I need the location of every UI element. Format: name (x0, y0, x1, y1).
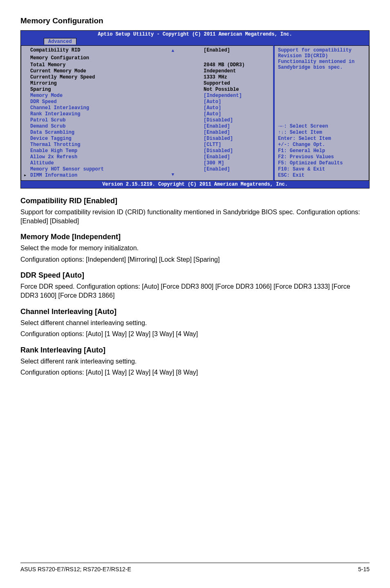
text-memory-mode-a: Select the mode for memory initializaton… (20, 244, 370, 253)
bios-header: Aptio Setup Utility - Copyright (C) 2011… (21, 31, 369, 45)
bios-value: [Disabled] (204, 117, 269, 123)
bios-value: [Independent] (204, 93, 269, 99)
bios-label: Demand Scrub (30, 123, 204, 130)
key-exit: ESC: Exit (278, 173, 365, 179)
bios-row-mirroring: MirroringSupported (30, 81, 269, 87)
bios-value: Supported (204, 81, 269, 87)
bios-value: [300 M] (204, 160, 269, 166)
bios-row-memory-mode[interactable]: Memory Mode[Independent] (30, 93, 269, 99)
key-help: F1: General Help (278, 148, 365, 154)
page-footer: ASUS RS720-E7/RS12; RS720-E7/RS12-E 5-15 (20, 563, 370, 572)
key-change: +/-: Change Opt. (278, 142, 365, 148)
key-previous: F2: Previous Values (278, 154, 365, 160)
bios-tab-advanced[interactable]: Advanced (44, 38, 76, 45)
bios-label: Sparing (30, 87, 204, 93)
heading-compat-rid: Compatibility RID [Enabled] (20, 197, 370, 205)
bios-value: 2048 MB (DDR3) (204, 62, 269, 68)
bios-label: Rank Interleaving (30, 111, 204, 117)
bios-window: Aptio Setup Utility - Copyright (C) 2011… (20, 30, 370, 189)
footer-right: 5-15 (358, 566, 370, 572)
bios-footer: Version 2.15.1219. Copyright (C) 2011 Am… (21, 181, 369, 188)
text-rank-a: Select different rank interleaving setti… (20, 357, 370, 366)
bios-row-dimm-information[interactable]: DIMM Information (30, 173, 269, 179)
bios-label: Device Tagging (30, 136, 204, 142)
bios-value: Independent (204, 68, 269, 74)
heading-memory-mode: Memory Mode [Independent] (20, 233, 370, 241)
bios-value: [Enabled] (204, 130, 269, 136)
bios-label: Channel Interleaving (30, 105, 204, 111)
bios-row-total-memory: Total Memory2048 MB (DDR3) (30, 62, 269, 68)
bios-settings-pane: ▲ Compatibility RID[Enabled]Memory Confi… (21, 45, 273, 181)
bios-row-memory-hot-sensor-support[interactable]: Memory HOT Sensor support[Enabled] (30, 166, 269, 173)
page-heading: Memory Configuration (20, 16, 370, 25)
key-save: F10: Save & Exit (278, 166, 365, 173)
bios-label: DDR Speed (30, 99, 204, 105)
text-ddr-speed: Force DDR speed. Configuration options: … (20, 282, 370, 300)
bios-label: Data Scrambling (30, 130, 204, 136)
bios-help-pane: Support for compatibility Revision ID(CR… (273, 45, 369, 181)
heading-rank-interleaving: Rank Interleaving [Auto] (20, 346, 370, 355)
bios-value: [Enabled] (204, 166, 269, 173)
bios-label: Altitude (30, 160, 204, 166)
bios-row-device-tagging[interactable]: Device Tagging[Disabled] (30, 136, 269, 142)
bios-help-text: Support for compatibility Revision ID(CR… (278, 47, 365, 123)
bios-label: Thermal Throtting (30, 142, 204, 148)
bios-label: Patrol Scrub (30, 117, 204, 123)
key-enter: Enter: Select Item (278, 136, 365, 142)
key-select-item: ↑↓: Select Item (278, 130, 365, 136)
bios-keys: →←: Select Screen ↑↓: Select Item Enter:… (278, 123, 365, 179)
bios-value: [Disabled] (204, 148, 269, 154)
bios-row-thermal-throtting[interactable]: Thermal Throtting[CLTT] (30, 142, 269, 148)
bios-value: [Disabled] (204, 136, 269, 142)
text-memory-mode-b: Configuration options: [Independent] [Mi… (20, 255, 370, 264)
bios-row-enable-high-temp[interactable]: Enable High Temp[Disabled] (30, 148, 269, 154)
bios-label: Allow 2x Refresh (30, 154, 204, 160)
bios-value: [Auto] (204, 99, 269, 105)
bios-label: Memory Mode (30, 93, 204, 99)
bios-label: Mirroring (30, 81, 204, 87)
footer-left: ASUS RS720-E7/RS12; RS720-E7/RS12-E (20, 566, 131, 572)
bios-row-patrol-scrub[interactable]: Patrol Scrub[Disabled] (30, 117, 269, 123)
bios-label: DIMM Information (30, 173, 204, 179)
bios-label: Compatibility RID (30, 47, 204, 54)
bios-row-compatibility-rid: Compatibility RID[Enabled] (30, 47, 269, 54)
bios-row-demand-scrub[interactable]: Demand Scrub[Enabled] (30, 123, 269, 130)
bios-row-ddr-speed[interactable]: DDR Speed[Auto] (30, 99, 269, 105)
bios-row-currently-memory-speed: Currently Memory Speed1333 MHz (30, 74, 269, 81)
bios-value (204, 173, 269, 179)
bios-row-channel-interleaving[interactable]: Channel Interleaving[Auto] (30, 105, 269, 111)
bios-value: [Auto] (204, 111, 269, 117)
text-compat-rid: Support for compatibility revision ID (C… (20, 208, 370, 225)
bios-row-altitude[interactable]: Altitude[300 M] (30, 160, 269, 166)
bios-value: [Auto] (204, 105, 269, 111)
heading-ddr-speed: DDR Speed [Auto] (20, 271, 370, 280)
bios-value: [Enabled] (204, 154, 269, 160)
heading-channel-interleaving: Channel Interleaving [Auto] (20, 307, 370, 316)
bios-label: Total Memory (30, 62, 204, 68)
key-defaults: F5: Optimized Defaults (278, 160, 365, 166)
bios-row-allow-2x-refresh[interactable]: Allow 2x Refresh[Enabled] (30, 154, 269, 160)
bios-value: [Enabled] (204, 47, 269, 54)
bios-value: 1333 MHz (204, 74, 269, 81)
bios-row-rank-interleaving[interactable]: Rank Interleaving[Auto] (30, 111, 269, 117)
bios-label: Current Memory Mode (30, 68, 204, 74)
text-channel-b: Configuration options: [Auto] [1 Way] [2… (20, 330, 370, 339)
bios-label: Memory HOT Sensor support (30, 166, 204, 173)
bios-label: Enable High Temp (30, 148, 204, 154)
bios-label: Currently Memory Speed (30, 74, 204, 81)
bios-value: [Enabled] (204, 123, 269, 130)
bios-row-current-memory-mode: Current Memory ModeIndependent (30, 68, 269, 74)
bios-row-data-scrambling[interactable]: Data Scrambling[Enabled] (30, 130, 269, 136)
bios-value: [CLTT] (204, 142, 269, 148)
bios-value (204, 54, 269, 62)
scroll-down-icon[interactable]: ▼ (171, 172, 174, 177)
bios-row-memory-configuration: Memory Configuration (30, 54, 269, 62)
key-select-screen: →←: Select Screen (278, 123, 365, 130)
bios-value: Not Possible (204, 87, 269, 93)
scroll-up-icon[interactable]: ▲ (171, 48, 174, 53)
text-rank-b: Configuration options: [Auto] [1 Way] [2… (20, 368, 370, 377)
bios-row-sparing: SparingNot Possible (30, 87, 269, 93)
bios-label: Memory Configuration (30, 55, 204, 61)
bios-title: Aptio Setup Utility - Copyright (C) 2011… (98, 31, 292, 37)
bios-body: ▲ Compatibility RID[Enabled]Memory Confi… (21, 45, 369, 181)
